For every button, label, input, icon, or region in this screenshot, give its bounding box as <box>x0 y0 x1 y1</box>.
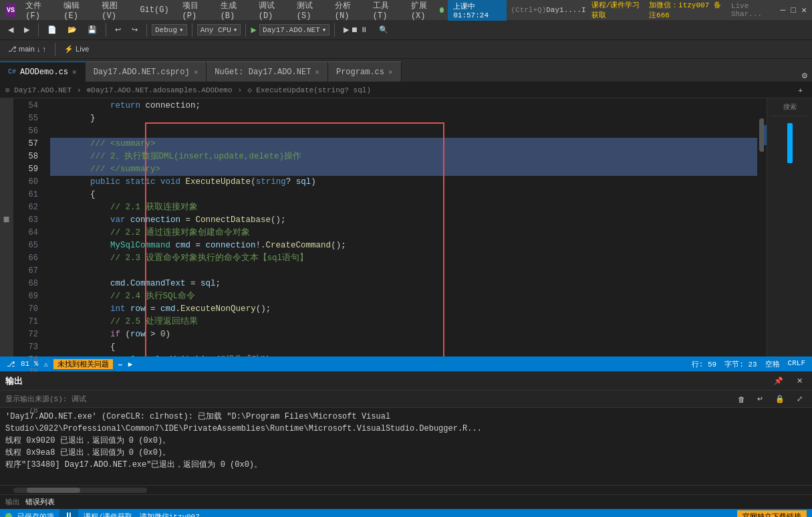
cpu-dropdown[interactable]: Any CPU ▾ <box>197 24 241 35</box>
line-num-57: 57 <box>13 138 38 150</box>
search-label: 搜索 <box>783 102 797 112</box>
output-messages: 'Day17.ADO.NET.exe' (CoreCLR: clrhost): … <box>0 408 812 485</box>
menu-git[interactable]: Git(G) <box>136 4 172 16</box>
save-btn[interactable]: 💾 <box>84 24 101 35</box>
debug-dropdown[interactable]: Debug ▾ <box>152 24 187 35</box>
error-tab-errors[interactable]: 输出 <box>5 497 20 507</box>
editor-tab-bar: C# ADODemo.cs ✕ Day17.ADO.NET.csproj ✕ N… <box>0 59 812 82</box>
maximize-btn[interactable]: □ <box>791 5 796 15</box>
code-lines[interactable]: return connection; } /// <summary> /// 2… <box>43 98 757 356</box>
output-clear-btn[interactable]: 🗑 <box>734 394 749 405</box>
code-line-57: /// <summary> <box>50 138 757 150</box>
git-branch-icon: ⎇ <box>7 360 15 369</box>
breadcrumb-project[interactable]: ⊙ Day17.ADO.NET <box>5 86 72 94</box>
tab-close-adodemo[interactable]: ✕ <box>72 68 77 76</box>
minimap-selection <box>764 125 767 145</box>
indent-mode[interactable]: 空格 <box>765 359 780 369</box>
breadcrumb-method[interactable]: ◇ ExecuteUpdate(string? sql) <box>247 86 371 94</box>
tab-close-csproj[interactable]: ✕ <box>194 68 198 76</box>
menu-view[interactable]: 视图(V) <box>98 0 130 22</box>
tab-close-program[interactable]: ✕ <box>388 68 393 76</box>
menu-file[interactable]: 文件(F) <box>21 0 54 22</box>
menu-edit[interactable]: 编辑(E) <box>59 0 92 22</box>
tab-settings-btn[interactable]: ⚙ <box>797 70 812 82</box>
tab-program[interactable]: Program.cs ✕ <box>328 62 402 82</box>
vertical-scrollbar[interactable] <box>757 98 767 356</box>
project-dropdown[interactable]: Day17.ADO.NET ▾ <box>259 24 329 35</box>
line-num-68: 68 <box>13 278 38 290</box>
code-line-69: // 2.4 执行SQL命令 <box>50 290 757 303</box>
git-btn[interactable]: ⎇ main ↓ ↑ <box>4 43 50 55</box>
cursor-line[interactable]: 行: 59 <box>692 359 716 369</box>
code-line-72: if (row > 0) <box>50 328 757 341</box>
menu-test[interactable]: 测试(S) <box>293 0 325 22</box>
title-bar-center: 上课中 01:57:24 (Ctrl+Q) <box>440 0 546 21</box>
live-btn[interactable]: ⚡ Live <box>60 43 93 55</box>
tab-adodemo[interactable]: C# ADODemo.cs ✕ <box>0 62 86 82</box>
redo-btn[interactable]: ↪ <box>128 24 142 35</box>
menu-extensions[interactable]: 扩展(X) <box>407 0 440 22</box>
line-num-55: 55 <box>13 112 38 125</box>
tab-close-nuget[interactable]: ✕ <box>315 68 319 76</box>
output-wrap-btn[interactable]: ↵ <box>753 393 767 405</box>
breadcrumb-class[interactable]: ⊕Day17.ADO.NET.adosamples.ADODemo <box>87 86 233 94</box>
session-indicator <box>440 7 444 13</box>
warning-text[interactable]: 未找到相关问题 <box>53 359 113 369</box>
menu-analyze[interactable]: 分析(N) <box>331 0 364 22</box>
cursor-col[interactable]: 字节: 23 <box>724 359 757 369</box>
minimize-btn[interactable]: ─ <box>781 5 786 15</box>
output-lock-btn[interactable]: 🔒 <box>771 393 789 405</box>
error-tab-output[interactable]: 错误列表 <box>25 497 55 507</box>
line-num-65: 65 <box>13 239 38 252</box>
separator-5 <box>245 23 246 37</box>
menu-build[interactable]: 生成(B) <box>217 0 249 22</box>
output-close-btn[interactable]: ✕ <box>793 375 807 387</box>
bottom-bar: 已保存的项 ⏸ 课程/课件获取，请加微信itzy007 官网独立下载链接 <box>0 509 812 517</box>
horizontal-scrollbar[interactable] <box>0 485 812 494</box>
promo-text: 课程/课件学习获取 <box>591 0 644 20</box>
open-btn[interactable]: 📂 <box>63 24 81 35</box>
tab-nuget[interactable]: NuGet: Day17.ADO.NET ✕ <box>207 62 328 82</box>
output-pin-btn[interactable]: 📌 <box>770 375 787 387</box>
separator-2 <box>106 23 106 37</box>
saved-indicator <box>5 513 12 517</box>
promo-bar: 课程/课件获取，请加微信itzy007 <box>84 512 200 518</box>
menu-tools[interactable]: 工具(T) <box>369 0 402 22</box>
pause-button[interactable]: ⏸ <box>59 509 78 517</box>
zoom-level[interactable]: 81 % <box>21 360 38 368</box>
output-msg-0: 'Day17.ADO.NET.exe' (CoreCLR: clrhost): … <box>5 411 807 435</box>
h-scroll-track[interactable] <box>13 488 147 493</box>
menu-debug[interactable]: 调试(D) <box>255 0 287 22</box>
separator-3 <box>146 23 147 37</box>
menu-project[interactable]: 项目(P) <box>178 0 211 22</box>
code-line-61: { <box>50 189 757 201</box>
line-num-63: 63 <box>13 214 38 227</box>
play-button[interactable]: ▶ <box>251 24 256 35</box>
code-editor[interactable]: return connection; } /// <summary> /// 2… <box>43 98 757 356</box>
pathbar-expand-btn[interactable]: + <box>795 85 807 96</box>
promo-download-btn[interactable]: 官网独立下载链接 <box>737 510 807 518</box>
new-file-btn[interactable]: 📄 <box>43 24 61 35</box>
session-timer: 上课中 01:57:24 <box>448 0 507 21</box>
output-expand-btn[interactable]: ⤢ <box>793 393 807 405</box>
live-share[interactable]: Live Shar... <box>731 2 775 18</box>
line-num-66: 66 <box>13 252 38 265</box>
output-source-bar: 显示输出来源(S): 调试 🗑 ↵ 🔒 ⤢ <box>0 391 812 408</box>
code-line-62: // 2.1 获取连接对象 <box>50 201 757 214</box>
line-ending[interactable]: CRLF <box>788 359 805 369</box>
search-icon[interactable]: 🔍 <box>375 24 392 35</box>
code-line-68: cmd.CommandText = sql; <box>50 278 757 290</box>
scroll-indicator <box>787 123 793 163</box>
cpu-label: Any CPU <box>200 26 231 34</box>
h-scroll-thumb[interactable] <box>27 488 80 493</box>
start-debug-btn[interactable]: ▶ ⏹ ⏸ <box>340 24 372 35</box>
line-num-70: 70 <box>13 303 38 316</box>
back-btn[interactable]: ◀ <box>4 24 17 35</box>
undo-btn[interactable]: ↩ <box>111 24 125 35</box>
tab-csproj[interactable]: Day17.ADO.NET.csproj ✕ <box>86 62 207 82</box>
forward-btn[interactable]: ▶ <box>20 24 33 35</box>
day-label: Day1....I <box>546 6 585 14</box>
close-btn[interactable]: ✕ <box>801 5 807 15</box>
status-bar: ⎇ 81 % ⚠ 未找到相关问题 ✏ ▶ 行: 59 字节: 23 空格 CRL… <box>0 356 812 371</box>
bottom-left: 已保存的项 ⏸ 课程/课件获取，请加微信itzy007 <box>5 509 200 517</box>
